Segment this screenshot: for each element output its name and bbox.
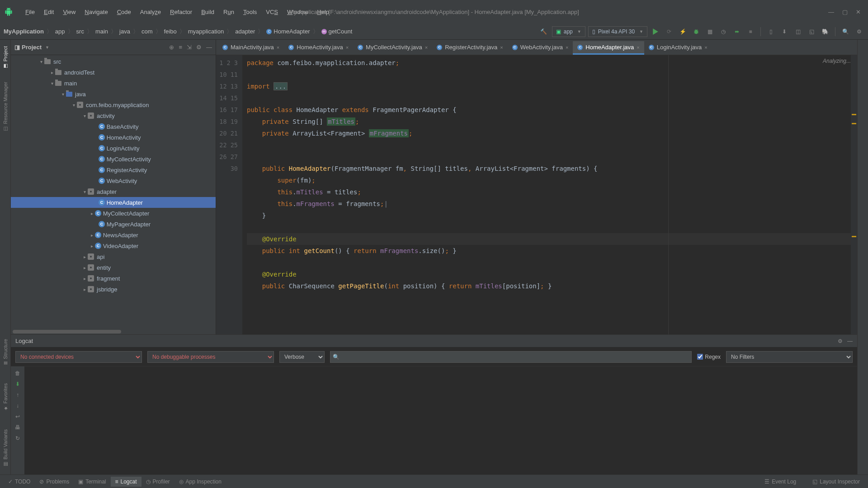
logcat-hide-icon[interactable]: — (847, 338, 853, 344)
down-icon[interactable]: ↓ (16, 403, 19, 409)
avd-manager-icon[interactable]: ▯ (765, 26, 776, 37)
tree-class-newsadapter[interactable]: ▸C NewsAdapter (11, 230, 216, 240)
regex-checkbox[interactable]: Regex (697, 354, 721, 360)
tree-folder-api[interactable]: ▸api (11, 251, 216, 262)
tree-class-mypageradapter[interactable]: C MyPagerAdapter (11, 219, 216, 230)
close-button[interactable]: ✕ (856, 9, 861, 15)
menu-code[interactable]: Code (113, 7, 136, 17)
print-icon[interactable]: 🖶 (15, 424, 20, 431)
restart-icon[interactable]: ↻ (15, 435, 20, 441)
menu-vcs[interactable]: VCS (261, 7, 283, 17)
logcat-search-input[interactable] (330, 351, 692, 363)
device-dropdown[interactable]: No connected devices (15, 351, 142, 363)
tree-folder-fragment[interactable]: ▸fragment (11, 273, 216, 284)
menu-refactor[interactable]: Refactor (165, 7, 197, 17)
up-icon[interactable]: ↑ (16, 392, 19, 398)
structure-tool-button[interactable]: ≣Structure (1, 337, 9, 367)
todo-tab[interactable]: ✓TODO (4, 477, 35, 487)
bc-myapp[interactable]: myapplication (188, 28, 224, 35)
bc-project[interactable]: MyApplication (4, 28, 44, 35)
log-level-dropdown[interactable]: Verbose (279, 351, 325, 363)
expand-all-icon[interactable]: ≡ (179, 44, 182, 51)
project-tool-button[interactable]: ◨Project (1, 44, 9, 71)
tree-class-baseactivity[interactable]: C BaseActivity (11, 121, 216, 132)
resource-manager-tool-button[interactable]: ◫Resource Manager (1, 80, 9, 134)
project-structure-icon[interactable]: ⚙ (854, 26, 864, 37)
bc-java[interactable]: java (119, 28, 130, 35)
layout-inspector-tab[interactable]: ◱Layout Inspector (808, 477, 864, 487)
tree-class-videoadapter[interactable]: ▸C VideoAdapter (11, 240, 216, 251)
stop-button[interactable]: ■ (745, 26, 756, 37)
collapse-all-icon[interactable]: ⇲ (187, 44, 192, 51)
tree-class-mycollectadapter[interactable]: ▸C MyCollectAdapter (11, 208, 216, 219)
bc-app[interactable]: app (55, 28, 65, 35)
clear-logcat-icon[interactable]: 🗑 (15, 370, 20, 376)
code-content[interactable]: package com.feibo.myapplication.adapter;… (242, 55, 857, 334)
menu-navigate[interactable]: Navigate (80, 7, 112, 17)
search-everywhere-icon[interactable]: 🔍 (840, 26, 851, 37)
filter-dropdown[interactable]: No Filters (726, 351, 853, 363)
tree-class-loginactivity[interactable]: C LoginActivity (11, 143, 216, 154)
scroll-end-icon[interactable]: ⬇ (15, 381, 20, 387)
hide-panel-icon[interactable]: — (206, 44, 212, 51)
tab-registeractivity[interactable]: CRegisterActivity.java× (432, 41, 508, 55)
bc-class[interactable]: CHomeAdapter (266, 28, 310, 35)
profiler-tab[interactable]: ◷Profiler (142, 477, 175, 487)
build-variants-tool-button[interactable]: ▤Build Variants (1, 427, 9, 469)
tree-class-homeadapter[interactable]: C HomeAdapter (11, 197, 216, 208)
maximize-button[interactable]: ▢ (842, 9, 848, 15)
tab-mycollectactivity[interactable]: CMyCollectActivity.java× (353, 41, 432, 55)
bc-feibo[interactable]: feibo (164, 28, 177, 35)
apply-changes-restart-icon[interactable]: ⟳ (664, 26, 675, 37)
tree-class-registeractivity[interactable]: C RegisterActivity (11, 164, 216, 175)
tree-class-mycollectactivity[interactable]: C MyCollectActivity (11, 154, 216, 164)
menu-build[interactable]: Build (197, 7, 219, 17)
project-hscrollbar[interactable] (11, 329, 216, 334)
project-title[interactable]: ◨ Project ▼ (14, 44, 49, 51)
tab-homeadapter[interactable]: CHomeAdapter.java× (573, 41, 644, 55)
tree-folder-src[interactable]: ▾src (11, 56, 216, 67)
sync-gradle-icon[interactable]: 🐘 (820, 26, 830, 37)
editor-body[interactable]: 1 2 3 10 11 12 13 14 15 16 17 18 19 20 2… (216, 55, 857, 334)
bc-method[interactable]: mgetCount (321, 28, 353, 35)
tree-folder-entity[interactable]: ▸entity (11, 262, 216, 273)
build-hammer-icon[interactable]: 🔨 (538, 26, 549, 37)
logcat-output[interactable] (24, 366, 857, 474)
bc-src[interactable]: src (76, 28, 84, 35)
soft-wrap-icon[interactable]: ↩ (15, 413, 20, 420)
logcat-settings-icon[interactable]: ⚙ (838, 338, 843, 344)
bc-adapter[interactable]: adapter (235, 28, 255, 35)
debug-button[interactable] (691, 26, 702, 37)
process-dropdown[interactable]: No debuggable processes (147, 351, 274, 363)
tab-mainactivity[interactable]: CMainActivity.java× (218, 41, 284, 55)
event-log-tab[interactable]: ☰Event Log (760, 477, 801, 487)
menu-file[interactable]: File (21, 7, 39, 17)
profile-icon[interactable]: ◷ (718, 26, 729, 37)
menu-edit[interactable]: Edit (39, 7, 58, 17)
menu-run[interactable]: Run (219, 7, 239, 17)
favorites-tool-button[interactable]: ★Favorites (1, 381, 9, 413)
tree-folder-java[interactable]: ▾java (11, 89, 216, 99)
tree-class-homeactivity[interactable]: C HomeActivity (11, 132, 216, 143)
resource-manager-icon[interactable]: ◫ (793, 26, 803, 37)
sdk-manager-icon[interactable]: ⬇ (779, 26, 790, 37)
coverage-icon[interactable]: ▦ (704, 26, 715, 37)
tree-folder-jsbridge[interactable]: ▸jsbridge (11, 284, 216, 295)
tree-class-webactivity[interactable]: C WebActivity (11, 175, 216, 186)
locate-file-icon[interactable]: ⊕ (169, 44, 174, 51)
tree-folder-androidtest[interactable]: ▸androidTest (11, 67, 216, 78)
run-configuration-selector[interactable]: ▣ app ▼ (552, 26, 585, 37)
breadcrumb[interactable]: MyApplication〉 app〉 src〉 main〉 java〉 com… (4, 28, 352, 36)
device-selector[interactable]: ▯ Pixel 4a API 30 ▼ (588, 26, 647, 37)
tree-folder-adapter[interactable]: ▾adapter (11, 186, 216, 197)
tree-folder-activity[interactable]: ▾activity (11, 110, 216, 121)
terminal-tab[interactable]: ▣Terminal (74, 477, 110, 487)
bc-com[interactable]: com (142, 28, 153, 35)
project-tree[interactable]: ▾src ▸androidTest ▾main ▾java ▾com.feibo… (11, 55, 216, 329)
tree-folder-main[interactable]: ▾main (11, 78, 216, 89)
settings-icon[interactable]: ⚙ (196, 44, 202, 51)
run-button[interactable] (650, 26, 661, 37)
menu-tools[interactable]: Tools (239, 7, 261, 17)
apply-code-changes-icon[interactable]: ⚡ (677, 26, 688, 37)
minimize-button[interactable]: — (828, 9, 834, 15)
